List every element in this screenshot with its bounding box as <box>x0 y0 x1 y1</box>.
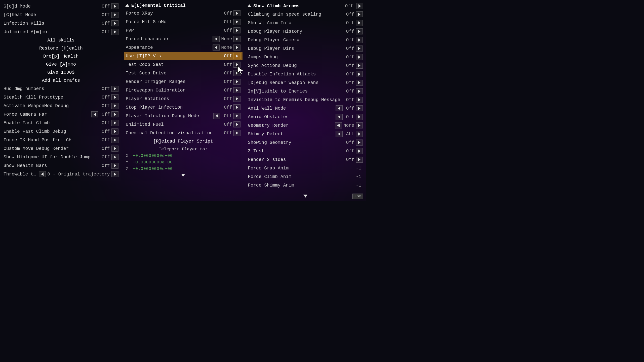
arrow-right-btn[interactable] <box>111 137 118 143</box>
arrow-left-btn[interactable] <box>213 113 220 119</box>
center-action-btn[interactable]: Restore [H]ealth <box>2 44 120 52</box>
arrow-right-btn[interactable] <box>111 154 118 160</box>
arrow-right-btn[interactable] <box>111 29 118 35</box>
menu-item[interactable]: Geometry RenderNone <box>246 121 365 130</box>
menu-item[interactable]: Forced characterNone <box>124 35 243 43</box>
arrow-right-btn[interactable] <box>356 105 363 111</box>
arrow-right-btn[interactable] <box>233 113 240 119</box>
center-action-btn[interactable]: All skills <box>2 36 120 44</box>
menu-item[interactable]: Show Minigame UI for Double Jump & Vault… <box>2 153 120 161</box>
arrow-right-btn[interactable] <box>356 63 363 69</box>
arrow-right-btn[interactable] <box>356 97 363 103</box>
arrow-right-btn[interactable] <box>233 44 240 51</box>
menu-item[interactable]: Chemical Detection visualizationOff <box>124 129 243 137</box>
menu-item[interactable]: Render 2 sidesOff <box>246 155 365 164</box>
menu-item[interactable]: Unlimited FuelOff <box>124 120 243 129</box>
arrow-right-btn[interactable] <box>356 122 363 128</box>
arrow-right-btn[interactable] <box>111 94 118 100</box>
arrow-right-btn[interactable] <box>356 20 363 26</box>
col3-up-arrow[interactable] <box>247 4 251 9</box>
menu-item[interactable]: Player RotationsOff <box>124 95 243 103</box>
menu-item[interactable]: Sync Actions DebugOff <box>246 61 365 70</box>
menu-item[interactable]: Test Coop DriveOff <box>124 69 243 77</box>
center-action-btn[interactable]: Add all crafts <box>2 76 120 84</box>
arrow-left-btn[interactable] <box>336 131 343 137</box>
menu-item[interactable]: Jumps DebugOff <box>246 53 365 61</box>
menu-item[interactable]: Stop Player infectionOff <box>124 103 243 112</box>
menu-item[interactable]: Activate WeaponMod DebugOff <box>2 102 120 110</box>
arrow-right-btn[interactable] <box>356 131 363 137</box>
menu-item[interactable]: Force XRayOff <box>124 9 243 18</box>
arrow-right-btn[interactable] <box>356 28 363 34</box>
menu-item[interactable]: Debug Player DirsOff <box>246 44 365 53</box>
menu-item[interactable]: Hud dmg numbersOff <box>2 84 120 93</box>
menu-item[interactable]: G[o]d ModeOff <box>2 2 120 11</box>
arrow-right-btn[interactable] <box>233 62 240 68</box>
section-up-arrow[interactable] <box>125 3 129 8</box>
col3-header-right-btn[interactable] <box>356 3 363 9</box>
center-action-btn[interactable]: [R]eload Player Script <box>124 137 243 145</box>
teleport-value-z[interactable]: +0.00000000e+00 <box>133 167 173 171</box>
menu-item[interactable]: FireWeapon CalibrationOff <box>124 86 243 95</box>
menu-item[interactable]: Disable Infection AttacksOff <box>246 70 365 78</box>
menu-item[interactable]: Force Hit SloMoOff <box>124 18 243 26</box>
teleport-value-x[interactable]: +0.00000000e+00 <box>133 154 173 158</box>
arrow-left-btn[interactable] <box>336 105 343 111</box>
menu-item[interactable]: Unlimited A[m]moOff <box>2 28 120 36</box>
menu-item[interactable]: Showing GeometryOff <box>246 138 365 147</box>
arrow-right-btn[interactable] <box>111 20 118 26</box>
menu-item[interactable]: [C]heat ModeOff <box>2 11 120 19</box>
menu-item[interactable]: Climbing anim speed scalingOff <box>246 10 365 19</box>
arrow-right-btn[interactable] <box>233 53 240 59</box>
arrow-right-btn[interactable] <box>233 130 240 136</box>
arrow-right-btn[interactable] <box>356 88 363 94</box>
menu-item[interactable]: AppearanceNone <box>124 43 243 52</box>
arrow-right-btn[interactable] <box>233 70 240 76</box>
col2-scroll-down[interactable] <box>126 172 241 178</box>
menu-item[interactable]: Test Coop SeatOff <box>124 60 243 69</box>
menu-item[interactable]: [D]ebug Render Weapon FansOff <box>246 78 365 87</box>
teleport-value-y[interactable]: +0.00000000e+00 <box>133 160 173 165</box>
arrow-left-btn[interactable] <box>91 111 98 117</box>
arrow-right-btn[interactable] <box>111 163 118 169</box>
arrow-right-btn[interactable] <box>233 104 240 110</box>
menu-item[interactable]: PvPOff <box>124 26 243 35</box>
arrow-right-btn[interactable] <box>233 96 240 102</box>
arrow-right-btn[interactable] <box>233 27 240 33</box>
arrow-left-btn[interactable] <box>39 171 46 177</box>
menu-item[interactable]: Infection KillsOff <box>2 19 120 28</box>
menu-item[interactable]: Render ITrigger RangesOff <box>124 77 243 86</box>
menu-item[interactable]: Player Infection Debug ModeOff <box>124 112 243 120</box>
arrow-right-btn[interactable] <box>356 71 363 77</box>
arrow-right-btn[interactable] <box>233 87 240 93</box>
arrow-right-btn[interactable] <box>356 157 363 163</box>
menu-item[interactable]: Enable Fast ClimbOff <box>2 119 120 127</box>
menu-item[interactable]: Force Climb Anim-1 <box>246 172 365 181</box>
arrow-left-btn[interactable] <box>336 114 343 120</box>
arrow-right-btn[interactable] <box>356 80 363 86</box>
arrow-left-btn[interactable] <box>213 36 220 42</box>
menu-item[interactable]: Custom Move Debug RenderOff <box>2 144 120 153</box>
arrow-right-btn[interactable] <box>356 140 363 146</box>
arrow-right-btn[interactable] <box>233 121 240 127</box>
center-action-btn[interactable]: Dro[p] Health <box>2 52 120 60</box>
menu-item[interactable]: Debug Player HistoryOff <box>246 27 365 36</box>
menu-item[interactable]: In[V]isible to EnemiesOff <box>246 87 365 96</box>
menu-item[interactable]: Enable Fast Climb DebugOff <box>2 127 120 136</box>
menu-item[interactable]: Show Health BarsOff <box>2 161 120 170</box>
arrow-left-btn[interactable] <box>213 44 220 51</box>
menu-item[interactable]: Force IK Hand Pos from CHOff <box>2 136 120 144</box>
menu-item[interactable]: Z TestOff <box>246 147 365 155</box>
arrow-right-btn[interactable] <box>356 54 363 60</box>
menu-item[interactable]: Force Grab Anim-1 <box>246 164 365 172</box>
menu-item[interactable]: Avoid ObstaclesOff <box>246 113 365 121</box>
menu-item[interactable]: Stealth Kill PrototypeOff <box>2 93 120 102</box>
arrow-left-btn[interactable] <box>335 122 342 128</box>
menu-item[interactable]: Use [T]PP VisOff <box>124 52 243 60</box>
arrow-right-btn[interactable] <box>356 114 363 120</box>
arrow-right-btn[interactable] <box>356 11 363 17</box>
center-action-btn[interactable]: Give [A]mmo <box>2 60 120 68</box>
arrow-right-btn[interactable] <box>111 171 118 177</box>
arrow-right-btn[interactable] <box>233 79 240 85</box>
arrow-right-btn[interactable] <box>111 128 118 134</box>
